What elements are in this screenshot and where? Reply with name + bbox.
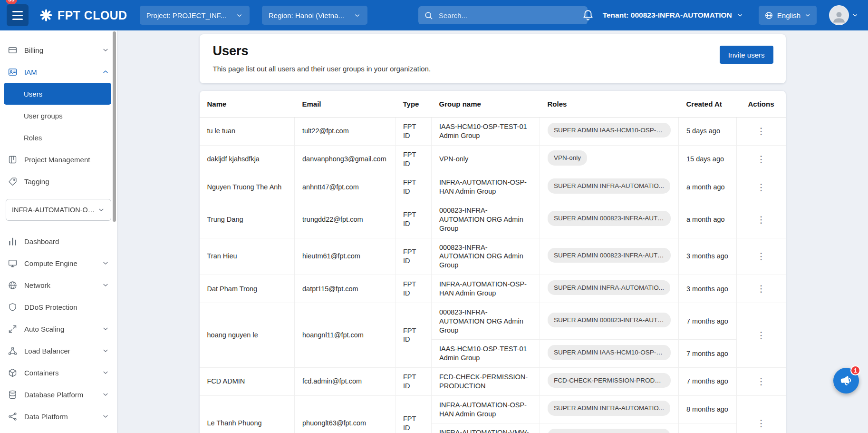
- fpt-cloud-logo[interactable]: FPT CLOUD: [39, 8, 127, 22]
- notifications-button[interactable]: [582, 9, 594, 21]
- sidebar-project-select-value: INFRA-AUTOMATION-OS...: [12, 206, 97, 214]
- language-label: English: [777, 11, 800, 20]
- sidebar-item-dashboard[interactable]: Dashboard: [0, 230, 117, 252]
- sidebar-item-auto-scaling[interactable]: Auto Scaling: [0, 318, 117, 340]
- column-header-group-name: Group name: [432, 91, 540, 118]
- fab-badge: 1: [850, 365, 860, 375]
- sidebar-item-user-groups[interactable]: User groups: [0, 105, 117, 127]
- row-actions-button[interactable]: ⋮: [752, 213, 771, 226]
- page-subtitle: This page list out all users and their u…: [213, 65, 772, 73]
- cell-roles: SUPER ADMIN IAAS-HCM10-OSP-T...: [540, 340, 679, 368]
- chevron-down-icon: [102, 259, 109, 267]
- project-selector[interactable]: Project: PROJECT_INF...: [140, 6, 250, 25]
- cell-type: FPT ID: [395, 368, 432, 396]
- cell-type: FPT ID: [395, 275, 432, 303]
- region-selector-label: Region: Hanoi (Vietna...: [269, 11, 344, 20]
- search-input[interactable]: [438, 11, 582, 20]
- sidebar-item-billing[interactable]: Billing: [0, 39, 117, 61]
- cell-created-at: 3 months ago: [679, 275, 737, 303]
- row-actions-button[interactable]: ⋮: [752, 250, 771, 263]
- cell-name: FCD ADMIN: [200, 368, 295, 396]
- role-badge: SUPER ADMIN 000823-INFRA-AUTO...: [548, 248, 671, 263]
- sidebar-item-tagging[interactable]: Tagging: [0, 170, 117, 192]
- sidebar-item-users[interactable]: Users: [4, 83, 111, 105]
- cell-actions: ⋮: [737, 118, 786, 146]
- sidebar-item-label: Auto Scaling: [24, 325, 95, 333]
- cell-roles: SUPER ADMIN INFRA-AUTOMATIO...: [540, 423, 679, 433]
- project-selector-label: Project: PROJECT_INF...: [146, 11, 226, 20]
- cell-roles: VPN-only: [540, 145, 679, 173]
- cell-actions: ⋮: [737, 145, 786, 173]
- column-header-roles: Roles: [540, 91, 679, 118]
- cell-type: FPT ID: [395, 201, 432, 238]
- chevron-up-icon: [102, 68, 109, 76]
- users-table-card: NameEmailTypeGroup nameRolesCreated AtAc…: [200, 91, 786, 433]
- menu-button[interactable]: [7, 4, 29, 26]
- sidebar-item-roles[interactable]: Roles: [0, 127, 117, 148]
- sidebar-scrollbar-thumb[interactable]: [113, 31, 116, 222]
- column-header-actions: Actions: [737, 91, 786, 118]
- announcements-fab[interactable]: 1: [833, 368, 859, 394]
- network-icon: [8, 280, 18, 290]
- row-actions-button[interactable]: ⋮: [752, 417, 771, 430]
- cell-type: FPT ID: [395, 145, 432, 173]
- cell-type: FPT ID: [395, 395, 432, 433]
- cell-email: anhntt47@fpt.com: [295, 173, 395, 201]
- sidebar-item-load-balancer[interactable]: Load Balancer: [0, 340, 117, 362]
- invite-users-button[interactable]: Invite users: [720, 46, 773, 64]
- cell-type: FPT ID: [395, 173, 432, 201]
- cell-actions: ⋮: [737, 275, 786, 303]
- user-menu[interactable]: [829, 5, 858, 25]
- chevron-down-icon: [102, 413, 109, 420]
- cell-created-at: 7 months ago: [679, 368, 737, 396]
- sidebar-item-label: Tagging: [24, 177, 109, 186]
- sidebar-item-database-platform[interactable]: Database Platform: [0, 384, 117, 405]
- cell-actions: ⋮: [737, 238, 786, 275]
- cell-group-name: VPN-only: [432, 145, 540, 173]
- cell-group-name: INFRA-AUTOMATION-OSP-HAN Admin Group: [432, 173, 540, 201]
- auto-scaling-icon: [8, 324, 18, 334]
- role-badge: SUPER ADMIN IAAS-HCM10-OSP-T...: [548, 345, 671, 360]
- sidebar-item-containers[interactable]: Containers: [0, 362, 117, 384]
- region-selector[interactable]: Region: Hanoi (Vietna...: [262, 6, 367, 25]
- cell-email: phuonglt63@fpt.com: [295, 395, 395, 433]
- logo-text: FPT CLOUD: [58, 9, 127, 22]
- cell-roles: SUPER ADMIN INFRA-AUTOMATIO...: [540, 395, 679, 423]
- role-badge: VPN-only: [548, 150, 587, 166]
- role-badge: SUPER ADMIN 000823-INFRA-AUTO...: [548, 313, 671, 328]
- table-row: hoang nguyen lehoangnl11@fpt.comFPT ID00…: [200, 303, 786, 340]
- sidebar-project-select[interactable]: INFRA-AUTOMATION-OS...: [6, 199, 111, 221]
- language-selector[interactable]: English: [759, 6, 817, 25]
- row-actions-button[interactable]: ⋮: [752, 375, 771, 388]
- sidebar: BillingIAMUsersUser groupsRolesProject M…: [0, 30, 117, 433]
- row-actions-button[interactable]: ⋮: [752, 153, 771, 166]
- sidebar-item-label: Dashboard: [24, 237, 109, 246]
- cell-actions: ⋮: [737, 395, 786, 433]
- cell-created-at: a month ago: [679, 173, 737, 201]
- cell-created-at: 8 months ago: [679, 395, 737, 423]
- row-actions-button[interactable]: ⋮: [752, 181, 771, 194]
- tenant-selector[interactable]: Tenant: 000823-INFRA-AUTOMATION: [600, 10, 746, 20]
- sidebar-item-network[interactable]: Network: [0, 274, 117, 296]
- row-actions-button[interactable]: ⋮: [752, 329, 771, 342]
- cell-roles: SUPER ADMIN 000823-INFRA-AUTO...: [540, 238, 679, 275]
- sidebar-item-compute-engine[interactable]: Compute Engine: [0, 252, 117, 274]
- sidebar-item-data-platform[interactable]: Data Platform: [0, 405, 117, 427]
- notification-badge: 35: [6, 0, 17, 4]
- sidebar-item-project-management[interactable]: Project Management: [0, 148, 117, 170]
- chevron-down-icon: [236, 12, 243, 19]
- sidebar-item-iam[interactable]: IAM: [0, 61, 117, 83]
- cell-email: hoangnl11@fpt.com: [295, 303, 395, 367]
- containers-icon: [8, 368, 18, 378]
- cell-created-at: 5 days ago: [679, 118, 737, 146]
- page-title: Users: [213, 44, 772, 59]
- cell-name: hoang nguyen le: [200, 303, 295, 367]
- row-actions-button[interactable]: ⋮: [752, 125, 771, 138]
- table-row: Nguyen Truong The Anhanhntt47@fpt.comFPT…: [200, 173, 786, 201]
- sidebar-item-ddos-protection[interactable]: DDoS Protection: [0, 296, 117, 318]
- header-selectors: Project: PROJECT_INF... Region: Hanoi (V…: [140, 6, 367, 25]
- chevron-down-icon: [97, 206, 105, 214]
- row-actions-button[interactable]: ⋮: [752, 282, 771, 295]
- dashboard-icon: [8, 236, 18, 246]
- column-header-type: Type: [395, 91, 432, 118]
